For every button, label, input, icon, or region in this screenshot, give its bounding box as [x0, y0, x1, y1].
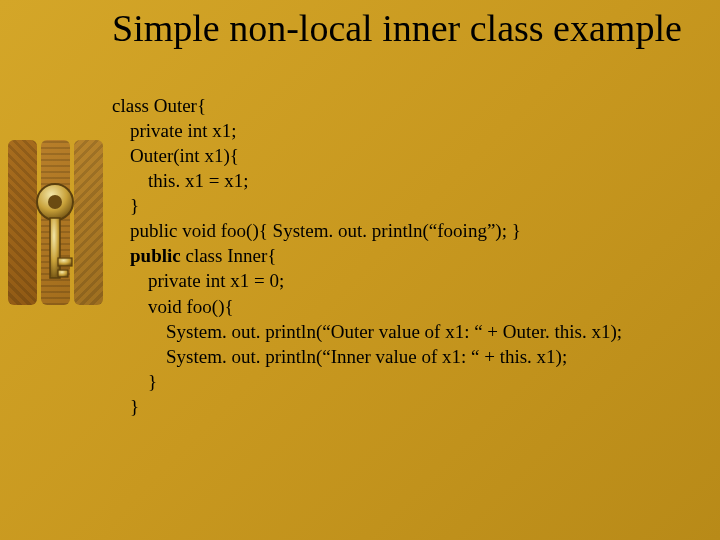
svg-point-1 [48, 195, 62, 209]
code-line: Outer(int x1){ [112, 143, 239, 168]
code-line: System. out. println(“Outer value of x1:… [112, 319, 622, 344]
code-line: } [112, 193, 139, 218]
code-block: class Outer{ private int x1; Outer(int x… [112, 68, 704, 419]
svg-rect-3 [58, 258, 72, 266]
code-text: class Inner{ [181, 245, 277, 266]
code-line: private int x1 = 0; [112, 268, 284, 293]
code-line: System. out. println(“Inner value of x1:… [112, 344, 567, 369]
code-line: class Outer{ [112, 95, 206, 116]
key-icon [28, 180, 83, 300]
svg-rect-2 [50, 218, 60, 278]
code-line: private int x1; [112, 118, 237, 143]
slide-title: Simple non-local inner class example [112, 8, 704, 50]
code-line: void foo(){ [112, 294, 234, 319]
code-line: } [112, 394, 139, 419]
code-line: } [112, 369, 157, 394]
svg-rect-4 [58, 270, 68, 277]
code-line: this. x1 = x1; [112, 168, 248, 193]
slide-content: Simple non-local inner class example cla… [112, 8, 704, 419]
code-line: public void foo(){ System. out. println(… [112, 218, 521, 243]
keyword-public: public [130, 245, 181, 266]
slide-sidebar [0, 0, 110, 540]
code-line: public class Inner{ [112, 243, 276, 268]
